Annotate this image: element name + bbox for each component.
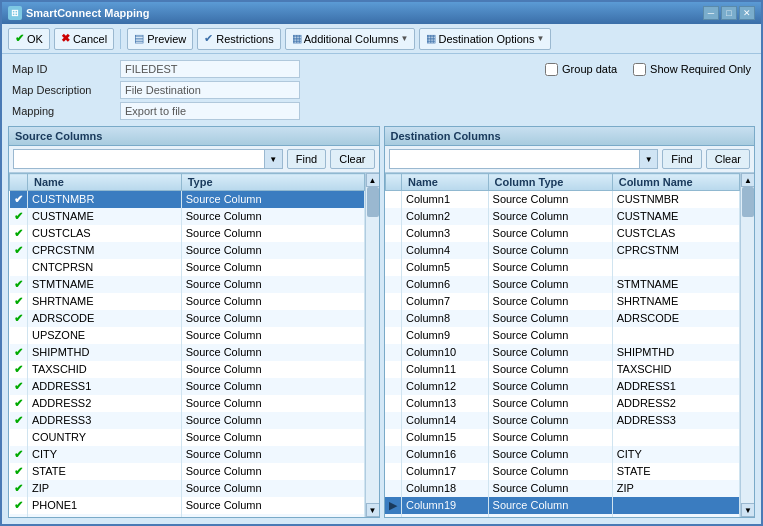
map-description-input[interactable] [120,81,300,99]
source-type-cell: Source Column [181,463,364,480]
table-row[interactable]: ✔ ZIP Source Column [10,480,365,497]
destination-clear-button[interactable]: Clear [706,149,750,169]
cancel-icon: ✖ [61,32,70,45]
table-row[interactable]: ✔ ADRSCODE Source Column [10,310,365,327]
table-row[interactable]: ✔ TAXSCHID Source Column [10,361,365,378]
table-row[interactable]: Column16 Source Column CITY [385,446,740,463]
table-row[interactable]: Column5 Source Column [385,259,740,276]
table-row[interactable]: ✔ CITY Source Column [10,446,365,463]
mapping-input[interactable] [120,102,300,120]
source-name-cell: ADRSCODE [28,310,182,327]
check-cell: ✔ [10,378,28,395]
table-row[interactable]: Column6 Source Column STMTNAME [385,276,740,293]
main-window: ⊞ SmartConnect Mapping ─ □ ✕ ✔ OK ✖ Canc… [0,0,763,526]
table-row[interactable]: Column7 Source Column SHRTNAME [385,293,740,310]
source-find-button[interactable]: Find [287,149,326,169]
table-row[interactable]: ✔ ADDRESS1 Source Column [10,378,365,395]
table-row[interactable]: Column9 Source Column [385,327,740,344]
table-row[interactable]: ✔ CUSTNAME Source Column [10,208,365,225]
table-row[interactable]: Column14 Source Column ADDRESS3 [385,412,740,429]
destination-find-button[interactable]: Find [662,149,701,169]
dest-colname-cell: CPRCSTNM [612,242,739,259]
dest-colname-cell: CUSTNMBR [612,191,739,208]
additional-columns-button[interactable]: ▦ Additional Columns ▼ [285,28,416,50]
table-row[interactable]: ✔ ADDRESS3 Source Column [10,412,365,429]
table-row[interactable]: ✔ STATE Source Column [10,463,365,480]
table-row[interactable]: Column17 Source Column STATE [385,463,740,480]
destination-search-wrapper: ▼ [389,149,659,169]
show-required-checkbox[interactable] [633,63,646,76]
destination-table-area: Name Column Type Column Name Column1 Sou… [385,173,755,517]
table-row[interactable]: Column8 Source Column ADRSCODE [385,310,740,327]
check-cell [10,327,28,344]
destination-scrollbar[interactable]: ▲ ▼ [740,173,754,517]
table-row[interactable]: ✔ SHIPMTHD Source Column [10,344,365,361]
restrictions-button[interactable]: ✔ Restrictions [197,28,280,50]
table-row[interactable]: ✔ ADDRESS2 Source Column [10,395,365,412]
destination-search-input[interactable] [390,152,640,166]
source-type-cell: Source Column [181,191,364,208]
destination-table: Name Column Type Column Name Column1 Sou… [385,173,741,517]
table-row[interactable]: ✔ CPRCSTNM Source Column [10,242,365,259]
table-row[interactable]: ✔ PHONE2 Source Column [10,514,365,518]
table-row[interactable]: CNTCPRSN Source Column [10,259,365,276]
table-row[interactable]: ✔ PHONE1 Source Column [10,497,365,514]
table-row[interactable]: Column18 Source Column ZIP [385,480,740,497]
cancel-button[interactable]: ✖ Cancel [54,28,114,50]
table-row[interactable]: Column12 Source Column ADDRESS1 [385,378,740,395]
additional-columns-arrow: ▼ [401,34,409,43]
dest-colname-cell [612,327,739,344]
table-row[interactable]: Column2 Source Column CUSTNAME [385,208,740,225]
source-scroll-up[interactable]: ▲ [366,173,379,187]
dest-scroll-track[interactable] [741,187,754,503]
dest-name-cell: Column14 [402,412,489,429]
source-panel: Source Columns ▼ Find Clear Name [8,126,380,518]
check-cell: ✔ [10,208,28,225]
ok-button[interactable]: ✔ OK [8,28,50,50]
source-table-container[interactable]: Name Type ✔ CUSTNMBR Source Column ✔ CUS… [9,173,365,517]
source-scrollbar[interactable]: ▲ ▼ [365,173,379,517]
source-type-cell: Source Column [181,327,364,344]
destination-table-container[interactable]: Name Column Type Column Name Column1 Sou… [385,173,741,517]
table-row[interactable]: ✔ STMTNAME Source Column [10,276,365,293]
table-row[interactable]: Column1 Source Column CUSTNMBR [385,191,740,208]
maximize-button[interactable]: □ [721,6,737,20]
minimize-button[interactable]: ─ [703,6,719,20]
dest-scroll-thumb[interactable] [742,187,754,217]
source-scroll-track[interactable] [366,187,379,503]
source-search-input[interactable] [14,152,264,166]
dest-scroll-up[interactable]: ▲ [741,173,754,187]
preview-button[interactable]: ▤ Preview [127,28,193,50]
source-search-dropdown[interactable]: ▼ [264,150,282,168]
table-row[interactable]: Column20 Source Column PHONE2 [385,514,740,518]
destination-panel-header: Destination Columns [385,127,755,146]
arrow-cell [385,480,402,497]
dest-colname-cell: PHONE2 [612,514,739,518]
destination-search-dropdown[interactable]: ▼ [639,150,657,168]
ok-icon: ✔ [15,32,24,45]
source-clear-button[interactable]: Clear [330,149,374,169]
table-row[interactable]: Column15 Source Column [385,429,740,446]
table-row[interactable]: Column10 Source Column SHIPMTHD [385,344,740,361]
dest-name-cell: Column2 [402,208,489,225]
close-button[interactable]: ✕ [739,6,755,20]
arrow-cell [385,361,402,378]
map-id-input[interactable] [120,60,300,78]
table-row[interactable]: ▶ Column19 Source Column [385,497,740,514]
show-required-label: Show Required Only [633,63,751,76]
table-row[interactable]: ✔ CUSTNMBR Source Column [10,191,365,208]
table-row[interactable]: UPSZONE Source Column [10,327,365,344]
table-row[interactable]: ✔ CUSTCLAS Source Column [10,225,365,242]
group-data-checkbox[interactable] [545,63,558,76]
table-row[interactable]: Column13 Source Column ADDRESS2 [385,395,740,412]
table-row[interactable]: ✔ SHRTNAME Source Column [10,293,365,310]
table-row[interactable]: COUNTRY Source Column [10,429,365,446]
table-row[interactable]: Column11 Source Column TAXSCHID [385,361,740,378]
source-scroll-thumb[interactable] [367,187,379,217]
additional-columns-icon: ▦ [292,32,302,45]
dest-scroll-down[interactable]: ▼ [741,503,754,517]
table-row[interactable]: Column3 Source Column CUSTCLAS [385,225,740,242]
source-scroll-down[interactable]: ▼ [366,503,379,517]
table-row[interactable]: Column4 Source Column CPRCSTNM [385,242,740,259]
destination-options-button[interactable]: ▦ Destination Options ▼ [419,28,551,50]
